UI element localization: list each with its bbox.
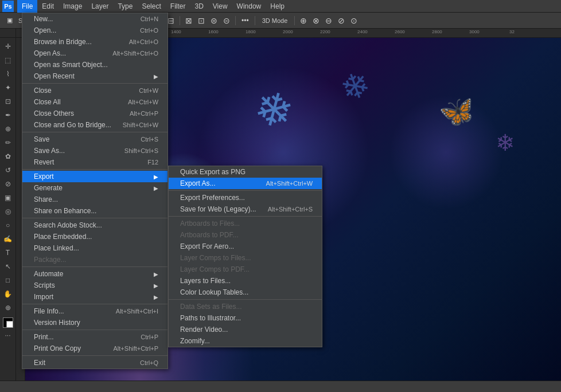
menu-item-automate[interactable]: Automate ▶ [22,268,167,280]
tool-move[interactable]: ✛ [2,40,14,53]
tool-dodge[interactable]: ○ [2,219,14,232]
menu-window[interactable]: Window [232,0,266,13]
tool-type[interactable]: T [2,246,14,259]
menu-item-save-as[interactable]: Save As... Shift+Ctrl+S [22,145,167,156]
export-render-video[interactable]: Render Video... [169,324,322,335]
menu-item-export-label: Export [34,173,54,181]
toolbar-3d-mode[interactable]: 3D Mode [259,17,291,24]
toolbar-distribute-2[interactable]: ⊡ [196,16,207,25]
toolbar-3d-4[interactable]: ⊘ [336,16,346,25]
export-save-web[interactable]: Save for Web (Legacy)... Alt+Shift+Ctrl+… [169,203,322,215]
menu-item-place-linked-label: Place Linked... [34,244,79,252]
menu-item-scripts-label: Scripts [34,281,55,289]
menu-item-place-linked[interactable]: Place Linked... [22,242,167,254]
tool-crop[interactable]: ⊡ [2,95,14,108]
toolbar-3d-2[interactable]: ⊗ [311,16,321,25]
menu-separator-4 [22,218,167,218]
tool-zoom[interactable]: ⊕ [2,301,14,314]
menu-item-close-all[interactable]: Close All Alt+Ctrl+W [22,96,167,108]
tool-shape[interactable]: □ [2,274,14,287]
tool-eyedropper[interactable]: ✒ [2,109,14,121]
toolbar-transform-toggle[interactable]: ▣ [3,15,16,25]
toolbar-3d-3[interactable]: ⊖ [324,16,334,25]
tool-heal[interactable]: ⊕ [2,123,14,135]
tool-lasso[interactable]: ⌇ [2,68,14,80]
menu-item-open-recent[interactable]: Open Recent ▶ [22,70,167,82]
ruler-label-32: 32 [509,29,515,34]
menu-item-import-label: Import [34,293,53,301]
menu-item-revert[interactable]: Revert F12 [22,156,167,168]
menu-edit[interactable]: Edit [37,0,59,13]
tool-clone[interactable]: ✿ [2,150,14,163]
toolbar-separator-2 [180,16,180,25]
menu-item-print-shortcut: Ctrl+P [141,334,158,340]
tool-gradient[interactable]: ▣ [2,191,14,204]
menu-item-open[interactable]: Open... Ctrl+O [22,25,167,36]
export-layers-files[interactable]: Layers to Files... [169,275,322,287]
export-paths-illustrator-label: Paths to Illustrator... [180,314,241,322]
menu-help[interactable]: Help [266,0,289,13]
toolbar-distribute-4[interactable]: ⊝ [221,16,232,25]
toolbar-more[interactable]: ••• [239,17,251,25]
toolbar-3d-5[interactable]: ⊙ [349,16,359,25]
menu-item-import[interactable]: Import ▶ [22,291,167,303]
menu-item-browse-bridge[interactable]: Browse in Bridge... Alt+Ctrl+O [22,36,167,48]
menu-filter[interactable]: Filter [166,0,190,13]
menu-separator-1 [22,83,167,84]
export-quick-png[interactable]: Quick Export as PNG [169,166,322,178]
menu-layer[interactable]: Layer [87,0,113,13]
export-separator-3 [169,299,322,300]
tool-eraser[interactable]: ⊘ [2,178,14,190]
tool-pen[interactable]: ✍ [2,233,14,245]
menu-3d[interactable]: 3D [190,0,208,13]
tool-path-select[interactable]: ↖ [2,260,14,273]
export-color-lookup[interactable]: Color Lookup Tables... [169,287,322,298]
menu-item-close[interactable]: Close Ctrl+W [22,85,167,96]
toolbar-distribute-1[interactable]: ⊠ [184,16,194,25]
menu-item-print-one[interactable]: Print One Copy Alt+Shift+Ctrl+P [22,343,167,354]
menu-item-print[interactable]: Print... Ctrl+P [22,331,167,343]
tool-hand[interactable]: ✋ [2,288,14,300]
menu-item-search-stock[interactable]: Search Adobe Stock... [22,219,167,231]
toolbar-separator-4 [255,16,255,25]
menu-file[interactable]: File [17,0,37,13]
export-aero[interactable]: Export For Aero... [169,241,322,252]
menu-item-close-others-label: Close Others [34,109,74,117]
toolbar-3d-1[interactable]: ⊕ [298,16,309,25]
menu-item-import-arrow: ▶ [154,294,158,300]
export-preferences[interactable]: Export Preferences... [169,192,322,203]
export-paths-illustrator[interactable]: Paths to Illustrator... [169,312,322,324]
menu-item-save[interactable]: Save Ctrl+S [22,134,167,145]
export-as[interactable]: Export As... Alt+Shift+Ctrl+W [169,178,322,189]
menu-item-exit[interactable]: Exit Ctrl+Q [22,357,167,369]
menu-item-scripts[interactable]: Scripts ▶ [22,280,167,291]
ruler-label-2200: 2200 [320,29,330,34]
tool-more[interactable]: ··· [2,329,14,342]
menu-item-open-as[interactable]: Open As... Alt+Shift+Ctrl+O [22,48,167,59]
tool-wand[interactable]: ✦ [2,81,14,94]
menu-item-open-smart[interactable]: Open as Smart Object... [22,59,167,70]
menu-type[interactable]: Type [113,0,137,13]
menu-item-export[interactable]: Export ▶ [22,171,167,182]
export-zoomify[interactable]: Zoomify... [169,335,322,347]
tool-brush[interactable]: ✏ [2,136,14,149]
menu-select[interactable]: Select [137,0,165,13]
tool-blur[interactable]: ◎ [2,205,14,218]
tool-select[interactable]: ⬚ [2,54,14,66]
menu-item-close-others[interactable]: Close Others Alt+Ctrl+P [22,108,167,119]
menu-item-new[interactable]: New... Ctrl+N [22,13,167,25]
background-color[interactable] [6,321,13,328]
menu-item-file-info[interactable]: File Info... Alt+Shift+Ctrl+I [22,305,167,317]
menu-item-place-embedded[interactable]: Place Embedded... [22,231,167,242]
menu-item-share-behance[interactable]: Share on Behance... [22,205,167,217]
menu-item-close-bridge[interactable]: Close and Go to Bridge... Shift+Ctrl+W [22,119,167,131]
menu-image[interactable]: Image [59,0,87,13]
tool-history[interactable]: ↺ [2,164,14,177]
foreground-color[interactable] [3,317,13,328]
menu-item-generate[interactable]: Generate ▶ [22,182,167,194]
export-preferences-label: Export Preferences... [180,194,245,202]
menu-item-share[interactable]: Share... [22,194,167,205]
menu-item-version-history[interactable]: Version History [22,317,167,328]
menu-view[interactable]: View [208,0,232,13]
toolbar-distribute-3[interactable]: ⊜ [209,16,219,25]
